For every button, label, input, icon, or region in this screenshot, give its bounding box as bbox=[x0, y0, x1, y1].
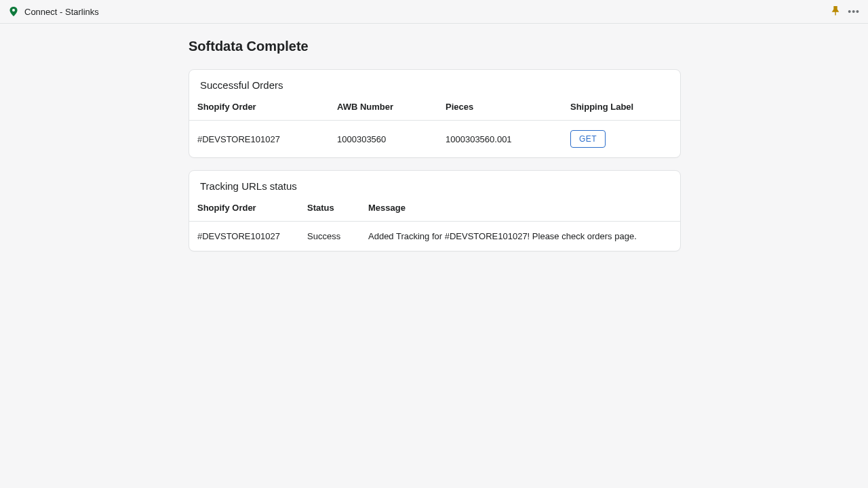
orders-table: Shopify Order AWB Number Pieces Shipping… bbox=[189, 98, 680, 157]
orders-header-row: Shopify Order AWB Number Pieces Shipping… bbox=[189, 98, 680, 121]
successful-orders-card: Successful Orders Shopify Order AWB Numb… bbox=[189, 69, 681, 158]
cell-shipping-label: GET bbox=[562, 121, 680, 158]
col-pieces: Pieces bbox=[437, 98, 562, 121]
card-header: Successful Orders bbox=[189, 70, 680, 98]
col-status: Status bbox=[299, 199, 360, 222]
app-logo-icon bbox=[8, 6, 19, 17]
col-shopify-order: Shopify Order bbox=[189, 98, 329, 121]
main-content: Softdata Complete Successful Orders Shop… bbox=[0, 24, 868, 251]
table-row: #DEVSTORE101027 Success Added Tracking f… bbox=[189, 222, 680, 251]
more-icon[interactable]: ••• bbox=[848, 6, 860, 17]
cell-pieces: 1000303560.001 bbox=[437, 121, 562, 158]
col-shipping-label: Shipping Label bbox=[562, 98, 680, 121]
table-row: #DEVSTORE101027 1000303560 1000303560.00… bbox=[189, 121, 680, 158]
col-awb-number: AWB Number bbox=[329, 98, 437, 121]
page-container: Softdata Complete Successful Orders Shop… bbox=[189, 39, 681, 251]
pin-icon[interactable] bbox=[831, 6, 840, 18]
cell-shopify-order: #DEVSTORE101027 bbox=[189, 121, 329, 158]
tracking-urls-card: Tracking URLs status Shopify Order Statu… bbox=[189, 170, 681, 251]
cell-awb-number: 1000303560 bbox=[329, 121, 437, 158]
tracking-table: Shopify Order Status Message #DEVSTORE10… bbox=[189, 199, 680, 251]
card-header: Tracking URLs status bbox=[189, 171, 680, 199]
svg-point-0 bbox=[12, 9, 15, 12]
topbar-right: ••• bbox=[831, 6, 860, 18]
app-title: Connect - Starlinks bbox=[24, 7, 99, 17]
card-title: Tracking URLs status bbox=[200, 180, 669, 192]
topbar: Connect - Starlinks ••• bbox=[0, 0, 868, 24]
card-title: Successful Orders bbox=[200, 79, 669, 91]
cell-status: Success bbox=[299, 222, 360, 251]
page-title: Softdata Complete bbox=[189, 39, 681, 54]
col-shopify-order: Shopify Order bbox=[189, 199, 299, 222]
col-message: Message bbox=[360, 199, 680, 222]
cell-shopify-order: #DEVSTORE101027 bbox=[189, 222, 299, 251]
topbar-left: Connect - Starlinks bbox=[8, 6, 99, 17]
tracking-header-row: Shopify Order Status Message bbox=[189, 199, 680, 222]
cell-message: Added Tracking for #DEVSTORE101027! Plea… bbox=[360, 222, 680, 251]
get-shipping-label-button[interactable]: GET bbox=[570, 130, 606, 148]
